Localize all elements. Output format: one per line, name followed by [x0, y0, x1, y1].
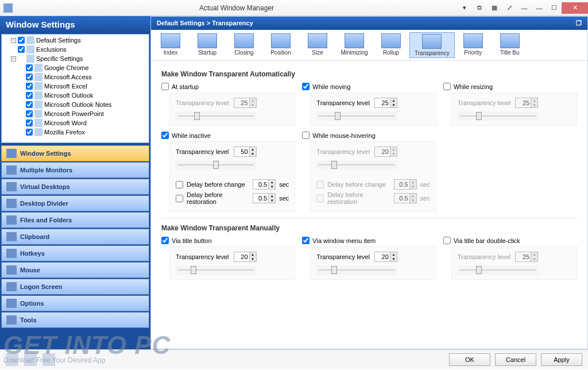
spin-startup-level[interactable]: ▲▼: [234, 98, 257, 108]
spin-input[interactable]: [253, 195, 268, 202]
tree-app[interactable]: Microsoft Outlook Notes: [3, 100, 148, 109]
spin-up-icon[interactable]: ▲: [531, 98, 537, 103]
close-button[interactable]: ✕: [562, 2, 588, 14]
extra-btn-4[interactable]: ⤢: [502, 2, 517, 14]
spin-down-icon[interactable]: ▼: [409, 184, 416, 189]
tab-title-buttons[interactable]: Title Bu: [492, 32, 528, 58]
extra-btn-5[interactable]: —: [517, 2, 532, 14]
tree-checkbox[interactable]: [26, 64, 33, 71]
tree-checkbox[interactable]: [26, 110, 33, 117]
spin-input[interactable]: [375, 99, 390, 106]
cb-hover-delay-change[interactable]: [316, 181, 324, 188]
cb-while-hover[interactable]: [302, 132, 310, 139]
spin-input[interactable]: [234, 253, 249, 260]
slider-thumb[interactable]: [331, 266, 337, 274]
extra-btn-3[interactable]: ▦: [487, 2, 502, 14]
spin-up-icon[interactable]: ▲: [409, 194, 416, 198]
nav-logon-screen[interactable]: Logon Screen: [1, 279, 149, 295]
settings-tree[interactable]: −Default Settings Exclusions −Specific S…: [1, 34, 149, 143]
cb-while-moving[interactable]: [302, 83, 310, 90]
slider-resizing[interactable]: [458, 111, 538, 121]
cb-while-inactive[interactable]: [161, 132, 169, 139]
cb-inactive-delay-restore[interactable]: [176, 195, 183, 202]
spin-up-icon[interactable]: ▲: [409, 180, 416, 184]
spin-input[interactable]: [394, 181, 409, 188]
spin-input[interactable]: [253, 181, 268, 188]
tab-priority[interactable]: Priority: [455, 32, 492, 58]
spin-input[interactable]: [375, 148, 390, 155]
tree-app[interactable]: Microsoft PowerPoint: [3, 109, 148, 118]
maximize-button[interactable]: ☐: [547, 2, 562, 14]
help-icon[interactable]: [6, 353, 18, 366]
tab-minimizing[interactable]: Minimizing: [336, 32, 373, 58]
tree-app[interactable]: Microsoft Outlook: [3, 91, 148, 100]
slider-thumb[interactable]: [476, 266, 482, 274]
spin-hover-delay-restore[interactable]: ▲▼: [394, 193, 417, 203]
tab-position[interactable]: Position: [262, 32, 299, 58]
tree-checkbox[interactable]: [26, 101, 33, 108]
tree-exclusions[interactable]: Exclusions: [3, 45, 148, 54]
spin-input[interactable]: [516, 99, 531, 106]
slider-dblclick[interactable]: [458, 265, 538, 275]
minimize-button[interactable]: —: [532, 2, 547, 14]
spin-hover-delay-change[interactable]: ▲▼: [394, 179, 417, 190]
slider-thumb[interactable]: [213, 161, 219, 169]
nav-clipboard[interactable]: Clipboard: [1, 229, 149, 245]
nav-virtual-desktops[interactable]: Virtual Desktops: [1, 179, 149, 195]
spin-down-icon[interactable]: ▼: [531, 103, 537, 107]
slider-thumb[interactable]: [335, 112, 341, 120]
spin-input[interactable]: [234, 148, 249, 155]
spin-up-icon[interactable]: ▲: [249, 98, 256, 103]
spin-down-icon[interactable]: ▼: [531, 257, 537, 261]
spin-up-icon[interactable]: ▲: [249, 147, 256, 152]
slider-startup[interactable]: [176, 111, 256, 121]
nav-tools[interactable]: Tools: [1, 312, 149, 328]
extra-btn-2[interactable]: ⧉: [472, 2, 487, 14]
cb-via-title[interactable]: [161, 237, 169, 244]
cb-via-dblclick[interactable]: [443, 237, 451, 244]
slider-inactive[interactable]: [176, 160, 256, 169]
tab-transparency[interactable]: Transparency: [409, 32, 455, 58]
spin-down-icon[interactable]: ▼: [249, 257, 256, 261]
tree-checkbox[interactable]: [26, 83, 33, 90]
spin-down-icon[interactable]: ▼: [249, 152, 256, 156]
slider-title[interactable]: [176, 265, 256, 275]
cb-while-resizing[interactable]: [443, 83, 451, 90]
spin-up-icon[interactable]: ▲: [268, 180, 275, 184]
extra-btn-1[interactable]: ▾: [457, 2, 472, 14]
spin-up-icon[interactable]: ▲: [268, 194, 275, 198]
nav-desktop-divider[interactable]: Desktop Divider: [1, 195, 149, 211]
spin-inactive-delay-restore[interactable]: ▲▼: [253, 193, 276, 203]
spin-down-icon[interactable]: ▼: [390, 152, 397, 156]
spin-down-icon[interactable]: ▼: [268, 198, 275, 203]
spin-resizing-level[interactable]: ▲▼: [515, 98, 538, 108]
spin-hover-level[interactable]: ▲▼: [374, 147, 397, 157]
tree-app[interactable]: Microsoft Excel: [3, 82, 148, 91]
tab-size[interactable]: Size: [299, 32, 336, 58]
tree-default-settings[interactable]: −Default Settings: [3, 36, 148, 45]
cb-hover-delay-restore[interactable]: [316, 195, 324, 202]
slider-thumb[interactable]: [476, 112, 482, 120]
spin-up-icon[interactable]: ▲: [249, 252, 256, 257]
spin-moving-level[interactable]: ▲▼: [374, 98, 397, 108]
spin-input[interactable]: [234, 99, 249, 106]
collapse-icon[interactable]: −: [11, 38, 16, 43]
ok-button[interactable]: OK: [449, 353, 490, 366]
collapse-icon[interactable]: −: [11, 56, 16, 61]
tab-closing[interactable]: Closing: [226, 32, 262, 58]
nav-options[interactable]: Options: [1, 295, 149, 311]
spin-up-icon[interactable]: ▲: [531, 252, 537, 257]
spin-menu-level[interactable]: ▲▼: [374, 252, 397, 262]
tab-rollup[interactable]: Rollup: [373, 32, 409, 58]
spin-input[interactable]: [516, 253, 531, 260]
header-action-icon[interactable]: ❐: [576, 20, 582, 27]
slider-thumb[interactable]: [331, 161, 337, 169]
spin-down-icon[interactable]: ▼: [249, 103, 256, 107]
tree-app[interactable]: Mozilla Firefox: [3, 128, 148, 137]
nav-hotkeys[interactable]: Hotkeys: [1, 245, 149, 261]
tree-app[interactable]: Microsoft Word: [3, 118, 148, 128]
slider-menu[interactable]: [316, 265, 397, 275]
spin-dblclick-level[interactable]: ▲▼: [515, 252, 538, 262]
nav-mouse[interactable]: Mouse: [1, 262, 149, 278]
cb-via-menu[interactable]: [302, 237, 310, 244]
